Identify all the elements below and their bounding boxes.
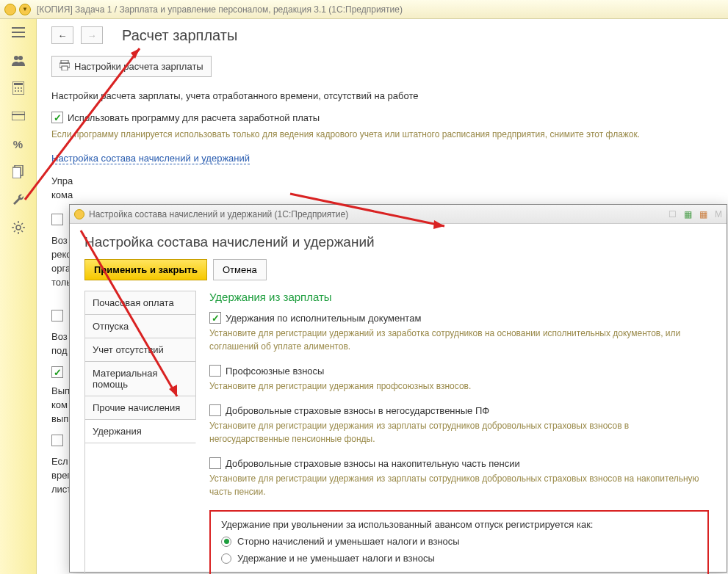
svg-rect-13 <box>12 167 21 178</box>
bg-text: Есл <box>51 456 68 467</box>
modal-m-icon[interactable]: M <box>715 209 722 219</box>
cancel-button[interactable]: Отмена <box>213 259 267 280</box>
bg-text: под <box>51 345 68 356</box>
settings-composition-link[interactable]: Настройка состава начислений и удержаний <box>51 153 250 164</box>
menu-icon[interactable] <box>11 25 26 40</box>
tab-vacations[interactable]: Отпуска <box>85 315 196 338</box>
radio-deduction[interactable] <box>221 553 231 564</box>
bg-text: вып <box>51 413 68 424</box>
settings-button-label: Настройки расчета зарплаты <box>74 61 203 72</box>
dismissal-radio-group: Удержание при увольнении за использованн… <box>209 510 709 574</box>
page-description: Настройки расчета зарплаты, учета отрабо… <box>51 90 713 101</box>
svg-point-1 <box>18 56 23 60</box>
modal-heading: Настройка состава начислений и удержаний <box>84 234 712 250</box>
bg-checkbox[interactable] <box>51 366 63 378</box>
use-program-label: Использовать программу для расчета зараб… <box>68 112 320 123</box>
window-title: [КОПИЯ] Задача 1 / Зарплата и управление… <box>37 4 403 15</box>
svg-rect-10 <box>12 112 25 120</box>
svg-rect-17 <box>62 66 68 70</box>
opt-union-checkbox[interactable] <box>209 365 221 377</box>
svg-point-8 <box>18 90 19 92</box>
radio-storno[interactable] <box>221 537 231 547</box>
settings-toolbar-button[interactable]: Настройки расчета зарплаты <box>51 56 212 77</box>
svg-point-9 <box>21 90 22 92</box>
svg-point-6 <box>21 87 22 89</box>
print-icon <box>60 60 70 73</box>
opt-pension-label: Добровольные страховые взносы на накопит… <box>226 458 520 469</box>
nav-back-button[interactable]: ← <box>51 26 73 44</box>
calculator-icon[interactable] <box>11 81 26 95</box>
use-program-hint: Если программу планируется использовать … <box>51 128 713 141</box>
nav-forward-button[interactable]: → <box>81 26 103 44</box>
opt-voluntary-pf-hint: Установите для регистрации удержания из … <box>209 419 709 446</box>
users-icon[interactable] <box>11 53 26 68</box>
bg-text: орга <box>51 263 71 274</box>
opt-pension-hint: Установите для регистрации удержания из … <box>209 472 709 498</box>
bg-text: Воз <box>51 331 68 342</box>
modal-logo-icon <box>74 209 84 219</box>
bg-checkbox[interactable] <box>51 310 63 321</box>
percent-icon[interactable]: % <box>11 137 26 151</box>
svg-rect-11 <box>12 114 25 115</box>
tab-material-aid[interactable]: Материальная помощь <box>85 362 196 396</box>
window-titlebar: ▼ [КОПИЯ] Задача 1 / Зарплата и управлен… <box>0 0 728 19</box>
modal-grid-icon[interactable]: ▦ <box>684 209 692 219</box>
modal-tabs: Почасовая оплата Отпуска Учет отсутствий… <box>84 291 196 574</box>
tab-absences[interactable]: Учет отсутствий <box>85 338 196 362</box>
bg-text: Упра <box>51 175 73 186</box>
tab-hourly[interactable]: Почасовая оплата <box>85 291 196 315</box>
use-program-checkbox[interactable] <box>51 112 63 123</box>
tab-content: Удержания из зарплаты Удержания по испол… <box>206 291 712 574</box>
opt-exec-docs-label: Удержания по исполнительным документам <box>226 313 421 324</box>
bg-text: ком <box>51 399 68 410</box>
modal-title-text: Настройка состава начислений и удержаний… <box>89 209 668 219</box>
bg-text: Воз <box>51 235 68 246</box>
radio-deduction-label: Удержание и не уменьшает налоги и взносы <box>237 553 435 564</box>
opt-union-label: Профсоюзные взносы <box>226 366 324 377</box>
opt-exec-docs-checkbox[interactable] <box>209 312 221 324</box>
opt-union-hint: Установите для регистрации удержания про… <box>209 379 709 393</box>
section-title: Удержания из зарплаты <box>209 291 709 303</box>
tab-other[interactable]: Прочие начисления <box>85 396 196 420</box>
bg-text: Вып <box>51 385 70 396</box>
card-icon[interactable] <box>11 109 26 123</box>
svg-rect-3 <box>14 83 23 85</box>
settings-modal: Настройка состава начислений и удержаний… <box>69 204 727 573</box>
svg-point-4 <box>15 87 16 89</box>
radio-group-heading: Удержание при увольнении за использованн… <box>221 519 697 530</box>
svg-point-5 <box>18 87 19 89</box>
documents-icon[interactable] <box>11 164 26 179</box>
tab-deductions[interactable]: Удержания <box>85 420 196 443</box>
gear-icon[interactable] <box>11 220 26 235</box>
bg-text: кома <box>51 189 73 200</box>
modal-calendar-icon[interactable]: ▦ <box>699 209 707 219</box>
sidebar: % <box>0 19 37 574</box>
wrench-icon[interactable] <box>11 192 26 207</box>
opt-exec-docs-hint: Установите для регистрации удержаний из … <box>209 327 709 353</box>
svg-point-14 <box>16 225 21 230</box>
opt-voluntary-pf-label: Добровольные страховые взносы в негосуда… <box>226 405 489 416</box>
app-dropdown-icon[interactable]: ▼ <box>19 4 31 15</box>
modal-action-icon[interactable]: ☐ <box>668 209 677 219</box>
modal-titlebar: Настройка состава начислений и удержаний… <box>70 205 727 224</box>
svg-rect-15 <box>61 60 68 63</box>
svg-point-0 <box>14 56 18 60</box>
apply-close-button[interactable]: Применить и закрыть <box>84 259 207 280</box>
bg-checkbox[interactable] <box>51 214 63 225</box>
app-logo-icon <box>4 4 16 15</box>
bg-checkbox[interactable] <box>51 435 63 446</box>
opt-pension-checkbox[interactable] <box>209 457 221 469</box>
radio-storno-label: Сторно начислений и уменьшает налоги и в… <box>237 536 460 547</box>
bg-text: врег <box>51 470 71 481</box>
page-title: Расчет зарплаты <box>122 27 237 44</box>
svg-point-7 <box>15 90 16 92</box>
opt-voluntary-pf-checkbox[interactable] <box>209 404 221 416</box>
